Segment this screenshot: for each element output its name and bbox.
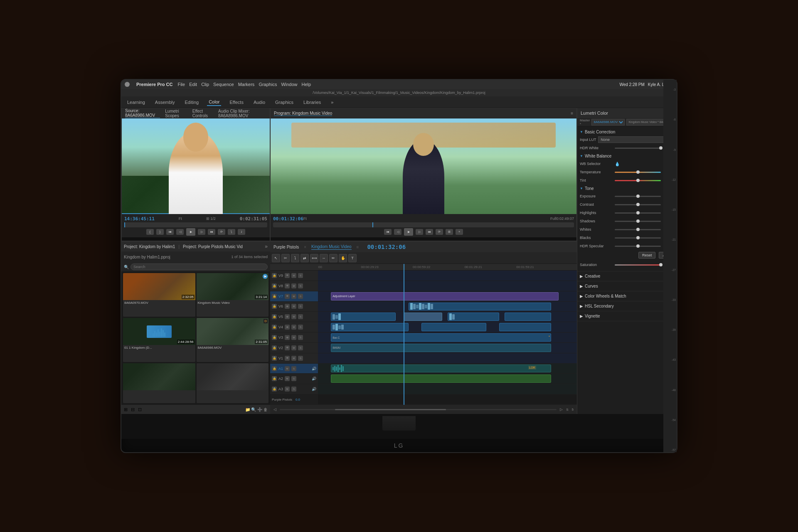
timeline-tab-kingdom[interactable]: Kingdom Music Video — [311, 244, 352, 250]
list-item[interactable] — [123, 363, 195, 403]
track-lock-v1[interactable]: 🔒 — [272, 356, 277, 361]
source-btn-loop[interactable]: ⟳ — [218, 229, 225, 235]
track-m-a3[interactable]: M — [285, 387, 290, 392]
menu-markers[interactable]: Markers — [238, 82, 255, 87]
timeline-tab-purple[interactable]: Purple Pistols — [273, 245, 299, 249]
program-btn-add[interactable]: + — [456, 229, 463, 235]
track-lock-a1[interactable]: 🔒 — [272, 366, 277, 371]
hdr-specular-slider[interactable] — [615, 246, 661, 247]
program-btn-prev-frame[interactable]: ◁ — [394, 229, 401, 235]
tl-btn-roll[interactable]: ⇄ — [300, 254, 309, 262]
program-tab[interactable]: Program: Kingdom Music Video — [274, 111, 332, 116]
menu-help[interactable]: Help — [302, 82, 311, 87]
reset-button[interactable]: Reset — [638, 252, 656, 259]
tab-more[interactable]: » — [329, 99, 335, 106]
shadows-slider[interactable] — [615, 221, 661, 222]
project-title[interactable]: Project: Kingdom by Halim1 — [124, 244, 175, 249]
tl-btn-slip[interactable]: ⟺ — [310, 254, 318, 262]
tl-btn-hand[interactable]: ✋ — [339, 254, 347, 262]
program-btn-back[interactable]: ⏮ — [384, 229, 392, 235]
tl-btn-select[interactable]: ↖ — [272, 254, 280, 262]
source-timecode[interactable]: 14:36:45:11 — [124, 216, 155, 222]
tab-graphics[interactable]: Graphics — [273, 99, 295, 106]
exposure-slider[interactable] — [615, 196, 661, 197]
track-s-v8[interactable]: S — [298, 283, 303, 288]
contrast-slider[interactable] — [615, 204, 661, 205]
track-m-a1[interactable]: M — [285, 366, 290, 371]
tab-editing[interactable]: Editing — [183, 99, 201, 106]
tone-toggle[interactable]: ▼ Tone — [580, 185, 674, 192]
source-btn-step-back[interactable]: ◁ — [176, 229, 184, 235]
source-btn-step-fwd[interactable]: ▷ — [198, 229, 205, 235]
track-s-v7[interactable]: S — [298, 294, 303, 299]
track-s-v5[interactable]: S — [298, 314, 303, 319]
menu-graphics[interactable]: Graphics — [259, 82, 277, 87]
tl-footer-in[interactable]: ◁ — [273, 407, 276, 411]
track-eye-v9[interactable]: 👁 — [285, 273, 290, 278]
timeline-playhead[interactable] — [404, 264, 404, 405]
track-s-a2[interactable]: S — [291, 376, 296, 381]
wb-eyedropper-icon[interactable]: 💧 — [615, 162, 620, 166]
whites-slider[interactable] — [615, 229, 661, 230]
list-view-icon[interactable]: ⊞ — [124, 407, 128, 412]
menu-file[interactable]: File — [177, 82, 185, 87]
program-menu-icon[interactable]: ≡ — [571, 111, 573, 116]
track-lock-a3[interactable]: 🔒 — [272, 387, 277, 392]
tl-btn-slide[interactable]: ↔ — [320, 254, 328, 262]
track-m-v1[interactable]: M — [291, 356, 296, 361]
program-timecode[interactable]: 00:01:32:06 — [273, 216, 303, 222]
source-btn-prev[interactable]: ⏮ — [166, 229, 174, 235]
track-m-v4[interactable]: M — [291, 325, 296, 330]
tl-btn-razor[interactable]: ✂ — [281, 254, 290, 262]
timeline-clip-v6[interactable] — [409, 303, 551, 311]
temperature-slider[interactable] — [615, 172, 661, 173]
track-eye-v8[interactable]: 👁 — [285, 283, 290, 288]
track-s-a1[interactable]: S — [291, 366, 296, 371]
program-btn-loop[interactable]: ⟳ — [436, 229, 443, 235]
track-lock-v5[interactable]: 🔒 — [272, 314, 277, 319]
track-m-v9[interactable]: M — [291, 273, 296, 278]
track-lock-a2[interactable]: 🔒 — [272, 376, 277, 381]
highlights-slider[interactable] — [615, 212, 661, 214]
source-tab-scopes[interactable]: Lumetri Scopes — [165, 109, 187, 118]
track-lock-v2[interactable]: 🔒 — [272, 345, 277, 350]
icon-view-icon[interactable]: ⊟ — [131, 407, 135, 412]
timeline-clip-adjustment[interactable]: Adjustment Layer — [331, 292, 559, 300]
white-balance-toggle[interactable]: ▼ White Balance — [580, 152, 674, 160]
hdr-white-slider[interactable] — [615, 148, 661, 149]
track-s-v1[interactable]: S — [298, 356, 303, 361]
timeline-scroll[interactable] — [280, 409, 557, 410]
track-eye-v6[interactable]: 👁 — [285, 304, 290, 309]
list-item[interactable]: 2:32:05 8A6A0970.MOV — [123, 273, 195, 317]
tl-footer-out[interactable]: ▷ — [560, 407, 563, 411]
track-s-v4[interactable]: S — [298, 325, 303, 330]
track-s-v6[interactable]: S — [298, 304, 303, 309]
menu-edit[interactable]: Edit — [189, 82, 197, 87]
track-eye-v5[interactable]: 👁 — [285, 314, 290, 319]
track-s-a3[interactable]: S — [291, 387, 296, 392]
saturation-slider[interactable] — [615, 264, 661, 266]
source-tab-mixer[interactable]: Audio Clip Mixer: 8A6A8986.MOV — [218, 109, 266, 118]
basic-correction-toggle[interactable]: ▼ Basic Correction ✓ — [580, 128, 674, 135]
creative-section[interactable]: ▶ Creative ✓ — [577, 271, 677, 281]
menu-clip[interactable]: Clip — [201, 82, 209, 87]
track-lock-v4[interactable]: 🔒 — [272, 325, 277, 330]
tab-color[interactable]: Color — [207, 99, 221, 106]
source-tab-effects[interactable]: Effect Controls — [192, 109, 213, 118]
track-s-v2[interactable]: S — [298, 345, 303, 350]
timeline-clip-a1[interactable]: LOR — [331, 365, 551, 373]
curves-section[interactable]: ▶ Curves ✓ — [577, 281, 677, 291]
tab-effects[interactable]: Effects — [228, 99, 245, 106]
input-lut-dropdown[interactable]: None — [598, 136, 674, 143]
tab-learning[interactable]: Learning — [126, 99, 147, 106]
track-m-v5[interactable]: M — [291, 314, 296, 319]
timeline-clip-v5d[interactable] — [505, 313, 551, 321]
timeline-clip-v5a[interactable] — [331, 313, 396, 321]
source-btn-mark-out[interactable]: } — [156, 229, 164, 235]
list-item[interactable] — [197, 363, 269, 403]
timeline-timecode[interactable]: 00:01:32:06 — [367, 244, 406, 250]
track-eye-v3[interactable]: 👁 — [285, 335, 290, 340]
timeline-clip-v4c[interactable] — [499, 323, 551, 331]
timeline-ruler[interactable]: 00:00 00:00:29:23 00:00:59:22 00:01:29:2… — [318, 264, 577, 271]
track-lock-v8[interactable]: 🔒 — [272, 283, 277, 288]
